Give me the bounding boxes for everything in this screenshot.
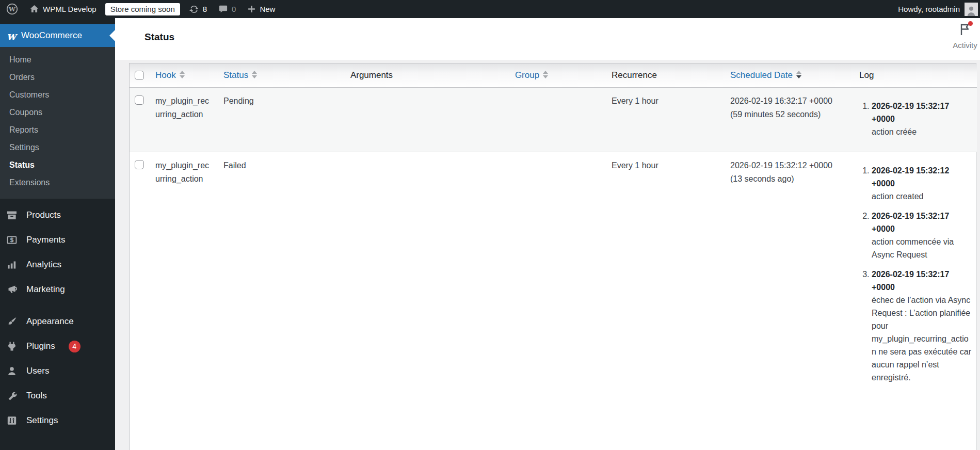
scheduled-date-cell: 2026-02-19 15:32:12 +0000(13 seconds ago… [725,152,854,397]
log-entry: 2026-02-19 15:32:17 +0000action commencé… [872,210,972,261]
sidebar-item-woocommerce[interactable]: w WooCommerce [0,24,115,47]
sidebar-item-users[interactable]: Users [0,359,115,383]
table-header-row: HookStatusArgumentsGroupRecurrenceSchedu… [130,63,977,87]
new-label: New [260,5,275,13]
activity-unread-dot [968,21,973,26]
sidebar-item-status[interactable]: Status [0,156,115,174]
svg-text:W: W [8,6,16,13]
hook-cell: my_plugin_recurring_action [150,152,218,397]
analytics-icon [6,259,18,270]
column-label[interactable]: Hook [155,70,176,80]
new-menu-item[interactable]: New [242,0,281,18]
sidebar-item-label: Products [26,210,61,220]
sidebar-item-orders[interactable]: Orders [0,69,115,86]
sidebar-item-plugins[interactable]: Plugins4 [0,334,115,359]
users-icon [6,365,18,377]
sidebar-item-settings[interactable]: Settings [0,139,115,156]
table-body: my_plugin_recurring_actionPendingEvery 1… [130,87,977,397]
sidebar-item-appearance[interactable]: Appearance [0,309,115,334]
updates-menu-item[interactable]: 8 [183,0,213,18]
comments-menu-item[interactable]: 0 [213,0,242,18]
column-header-scheduled[interactable]: Scheduled Date [725,63,854,87]
tools-icon [6,390,18,401]
scheduled-date-cell: 2026-02-19 16:32:17 +0000(59 minutes 52 … [725,87,854,152]
column-label[interactable]: Status [223,70,248,80]
column-header-hook[interactable]: Hook [150,63,218,87]
current-menu-arrow [109,29,116,42]
wordpress-menu-item[interactable]: W [0,0,24,18]
column-header-arguments: Arguments [286,63,457,87]
main-menu: Products$PaymentsAnalyticsMarketingAppea… [0,199,115,433]
recurrence-cell: Every 1 hour [606,152,725,397]
select-all-checkbox[interactable] [135,71,144,80]
scheduled-relative: (13 seconds ago) [730,172,849,186]
sidebar-item-products[interactable]: Products [0,203,115,228]
sidebar-item-analytics[interactable]: Analytics [0,252,115,277]
table-row: my_plugin_recurring_actionPendingEvery 1… [130,87,977,152]
menu-separator [0,302,115,309]
comments-icon [218,4,228,14]
column-header-status[interactable]: Status [218,63,286,87]
activity-label: Activity [947,41,980,50]
scheduled-datetime: 2026-02-19 16:32:17 +0000 [730,94,849,108]
wordpress-logo-icon: W [6,3,18,15]
store-coming-soon-button[interactable]: Store coming soon [105,3,180,15]
products-box-icon [6,210,18,221]
sidebar-item-coupons[interactable]: Coupons [0,104,115,121]
sidebar-item-label: Appearance [26,316,74,327]
log-cell: 2026-02-19 15:32:12 +0000action created2… [854,152,977,397]
avatar[interactable] [965,3,978,16]
log-message: échec de l’action via Async Request : L’… [872,294,972,384]
column-label: Recurrence [612,70,657,80]
log-message: action created [872,190,972,203]
arguments-cell [286,87,457,152]
log-entry: 2026-02-19 15:32:12 +0000action created [872,164,972,203]
arguments-cell [286,152,457,397]
woocommerce-logo-icon: w [7,30,16,41]
sidebar-item-label: Plugins [26,341,55,351]
site-name: WPML Develop [43,5,97,13]
home-icon [29,4,39,14]
column-header-group[interactable]: Group [457,63,606,87]
marketing-icon [6,284,18,295]
plus-icon [247,5,256,13]
sidebar-item-reports[interactable]: Reports [0,121,115,139]
log-timestamp: 2026-02-19 15:32:17 +0000 [872,270,949,292]
svg-text:$: $ [10,236,14,244]
activity-button[interactable]: Activity [947,23,980,50]
row-checkbox[interactable] [135,160,144,169]
log-list: 2026-02-19 15:32:17 +0000action créée [859,100,972,138]
group-cell [457,87,606,152]
table-row: my_plugin_recurring_actionFailedEvery 1 … [130,152,977,397]
log-message: action commencée via Async Request [872,235,972,261]
sidebar-item-home[interactable]: Home [0,51,115,69]
sidebar-item-extensions[interactable]: Extensions [0,174,115,191]
column-header-log: Log [854,63,977,87]
sidebar-item-label: Settings [26,415,58,426]
site-menu-item[interactable]: WPML Develop [24,0,102,18]
page-header: Status Activity [115,18,980,60]
sidebar-item-label: Marketing [26,284,65,295]
howdy-text[interactable]: Howdy, rootadmin [898,5,960,13]
sidebar-item-payments[interactable]: $Payments [0,228,115,252]
group-cell [457,152,606,397]
sidebar-item-customers[interactable]: Customers [0,86,115,104]
wc-submenu: HomeOrdersCustomersCouponsReportsSetting… [0,47,115,199]
status-cell: Pending [218,87,286,152]
sidebar-item-tools[interactable]: Tools [0,383,115,408]
sidebar-item-settings[interactable]: Settings [0,408,115,433]
row-checkbox[interactable] [135,95,144,105]
log-timestamp: 2026-02-19 15:32:17 +0000 [872,212,949,233]
row-select-cell [130,152,150,397]
updates-count: 8 [203,5,207,13]
column-label[interactable]: Group [515,70,539,80]
updates-icon [189,4,199,14]
sort-arrows-icon [252,71,257,80]
sidebar-item-label: WooCommerce [21,30,82,41]
page-title: Status [144,31,174,43]
appearance-icon [6,316,18,327]
sidebar-item-label: Analytics [26,260,61,270]
column-label[interactable]: Scheduled Date [730,70,793,80]
update-count-badge: 4 [69,341,81,352]
sidebar-item-marketing[interactable]: Marketing [0,277,115,302]
